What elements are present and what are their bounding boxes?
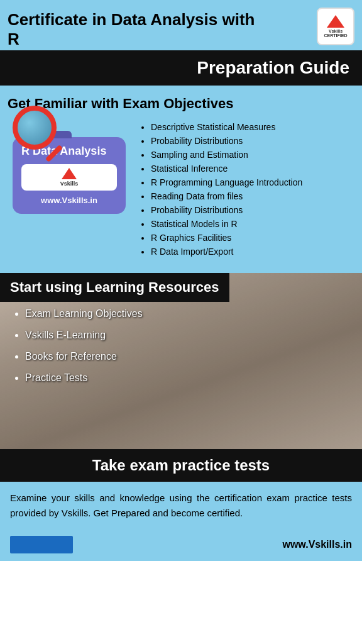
list-item: Sampling and Estimation (151, 150, 352, 160)
list-item: Descriptive Statistical Measures (151, 122, 352, 132)
folder-website: www.Vskills.in (21, 196, 117, 205)
folder-logo-text: Vskills (60, 180, 79, 187)
logo-text: VskillsCERTIFIED (324, 29, 348, 38)
learning-content: Start using Learning Resources Exam Lear… (0, 273, 362, 384)
list-item: Probability Distributions (151, 136, 352, 146)
logo-arrow-icon (327, 15, 344, 28)
footer-bar: www.Vskills.in (0, 531, 362, 561)
footer-website: www.Vskills.in (282, 539, 352, 550)
exam-section: Take exam practice tests Examine your sk… (0, 449, 362, 531)
learning-title-banner: Start using Learning Resources (0, 273, 229, 302)
list-item: Books for Reference (25, 351, 349, 362)
learning-section: Start using Learning Resources Exam Lear… (0, 273, 362, 449)
header-section: Certificate in Data Analysis with R Vski… (0, 0, 362, 50)
folder-arrow-icon (62, 168, 77, 179)
list-item: Probability Distributions (151, 205, 352, 215)
learning-items: Exam Learning ObjectivesVskills E-Learni… (13, 308, 349, 384)
list-item: R Graphics Facilities (151, 233, 352, 243)
list-item: Statistical Inference (151, 164, 352, 174)
list-item: R Programming Language Introduction (151, 177, 352, 187)
list-item: Vskills E-Learning (25, 330, 349, 341)
objectives-list: Descriptive Statistical MeasuresProbabil… (138, 118, 362, 260)
objectives-content: R Data Analysis Vskills www.Vskills.in D… (0, 118, 362, 260)
footer-blue-box (10, 536, 73, 553)
exam-banner: Take exam practice tests (0, 449, 362, 482)
list-item: Reading Data from files (151, 191, 352, 201)
list-item: R Data Import/Export (151, 247, 352, 257)
header-title: Certificate in Data Analysis with R (8, 10, 259, 49)
objectives-items: Descriptive Statistical MeasuresProbabil… (138, 122, 352, 257)
objectives-section: Get Familiar with Exam Objectives R Data… (0, 86, 362, 273)
learning-list: Exam Learning ObjectivesVskills E-Learni… (0, 308, 362, 384)
magnifier-icon (13, 106, 57, 150)
list-item: Statistical Models in R (151, 219, 352, 229)
list-item: Exam Learning Objectives (25, 308, 349, 319)
vskills-logo-header: VskillsCERTIFIED (317, 8, 354, 45)
book-illustration: R Data Analysis Vskills www.Vskills.in (0, 118, 138, 220)
folder-logo-box: Vskills (21, 164, 117, 191)
prep-guide-banner: Preparation Guide (0, 50, 362, 86)
list-item: Practice Tests (25, 372, 349, 384)
exam-text: Examine your skills and knowledge using … (0, 482, 362, 525)
